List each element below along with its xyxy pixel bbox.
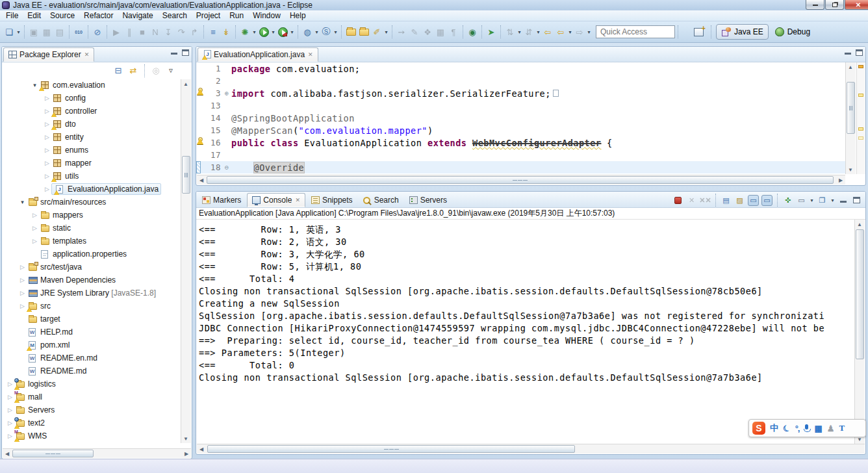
disconnect-icon[interactable]: N <box>149 26 161 38</box>
tree-expand-icon[interactable]: ▷ <box>43 108 51 114</box>
open-folder-icon[interactable] <box>358 26 370 38</box>
tree-expand-icon[interactable]: ▷ <box>18 277 27 283</box>
show-whitespace-icon[interactable]: ¶ <box>448 26 459 38</box>
tree-item-JRE-System-Library-[interactable]: ▷JRE System Library [JavaSE-1.8] <box>2 287 192 300</box>
menu-window[interactable]: Window <box>248 10 285 21</box>
open-console-icon[interactable]: ❐ <box>817 195 828 206</box>
menu-edit[interactable]: Edit <box>23 10 45 21</box>
sogou-logo-icon[interactable]: S <box>752 422 765 435</box>
tree-expand-icon[interactable]: ▾ <box>18 199 27 205</box>
step-return-icon[interactable]: ↱ <box>188 26 200 38</box>
back-icon[interactable]: ⇦ <box>555 26 567 38</box>
maximize-view-icon[interactable] <box>182 49 189 56</box>
menu-navigate[interactable]: Navigate <box>118 10 157 21</box>
fold-toggle-icon[interactable]: ⊖ <box>222 164 231 171</box>
restore-window-button[interactable] <box>825 0 844 10</box>
tree-expand-icon[interactable]: ▷ <box>43 186 51 192</box>
console-hscrollbar[interactable]: ◀ <box>197 444 865 454</box>
tree-item-logistics[interactable]: ▷logistics <box>2 377 192 390</box>
mic-icon[interactable] <box>804 424 810 432</box>
clear-console-icon[interactable]: ▤ <box>721 195 732 206</box>
dropdown-arrow-icon[interactable]: ▾ <box>535 29 541 35</box>
web-browser-icon[interactable]: ◉ <box>466 26 478 38</box>
scroll-lock-icon[interactable]: ▨ <box>734 195 745 206</box>
dropdown-arrow-icon[interactable]: ▾ <box>567 29 573 35</box>
tree-expand-icon[interactable]: ▷ <box>43 134 51 140</box>
show-instructions-icon[interactable]: ≡ <box>207 26 219 38</box>
run-icon[interactable] <box>258 26 270 38</box>
debug-icon[interactable]: ✺ <box>239 26 251 38</box>
tab-markers[interactable]: Markers <box>198 193 246 207</box>
link-with-editor-icon[interactable]: ⇄ <box>127 65 139 77</box>
word-wrap-icon[interactable]: ▭ <box>748 195 759 206</box>
terminate-icon[interactable]: ■ <box>136 26 148 38</box>
minimize-view-icon[interactable] <box>171 49 177 55</box>
tree-expand-icon[interactable]: ▷ <box>43 95 51 101</box>
tree-expand-icon[interactable]: ▷ <box>6 407 14 413</box>
last-edit-location-icon[interactable]: ⇦ <box>542 26 554 38</box>
tree-item-text2[interactable]: ▷text2 <box>2 416 192 429</box>
tree-item-com.evaluation[interactable]: ▾com.evaluation <box>2 79 192 92</box>
minimize-window-button[interactable] <box>806 0 824 10</box>
show-table-icon[interactable]: ▦ <box>435 26 446 38</box>
editor-vscrollbar[interactable]: ▲ ▼ <box>845 62 856 174</box>
tree-item-WMS[interactable]: ▷MWMS <box>2 429 192 442</box>
maximize-icon[interactable] <box>851 195 862 206</box>
view-menu-icon[interactable]: ▽ <box>165 65 177 77</box>
tree-item-HELP.md[interactable]: WHELP.md <box>2 326 192 339</box>
tab-snippets[interactable]: Snippets <box>307 193 357 207</box>
tree-item-README.md[interactable]: WREADME.md <box>2 364 192 377</box>
menu-help[interactable]: Help <box>285 10 311 21</box>
menu-run[interactable]: Run <box>225 10 248 21</box>
menu-file[interactable]: File <box>1 10 23 21</box>
dropdown-arrow-icon[interactable]: ▾ <box>517 29 522 35</box>
new-wizard-icon[interactable]: ❏ <box>3 26 15 38</box>
dropdown-arrow-icon[interactable]: ▾ <box>333 29 338 35</box>
tab-servers[interactable]: Servers <box>405 193 452 207</box>
tree-expand-icon[interactable]: ▷ <box>31 225 39 231</box>
step-over-icon[interactable]: ↷ <box>175 26 187 38</box>
new-service-icon[interactable]: Ⓢ <box>320 26 332 38</box>
pin-console-icon[interactable]: ✜ <box>782 195 793 206</box>
tree-item-src-main-resources[interactable]: ▾src/main/resources <box>2 196 192 209</box>
resume-icon[interactable]: ▶ <box>110 26 122 38</box>
moon-icon[interactable]: ☾ <box>781 422 792 435</box>
editor-hscrollbar[interactable]: ◀ ▶ <box>197 175 845 185</box>
fold-toggle-icon[interactable]: ⊕ <box>222 90 231 97</box>
tree-item-target[interactable]: target <box>2 313 192 326</box>
quick-access-input[interactable] <box>596 25 675 38</box>
warning-marker-icon[interactable] <box>197 138 203 144</box>
tree-expand-icon[interactable]: ▷ <box>31 238 39 244</box>
collapse-all-icon[interactable]: ⊟ <box>112 65 124 77</box>
dropdown-arrow-icon[interactable]: ▾ <box>16 29 21 35</box>
tree-expand-icon[interactable]: ▾ <box>31 82 39 88</box>
tab-search[interactable]: Search <box>359 193 403 207</box>
dropdown-arrow-icon[interactable]: ▾ <box>314 29 320 35</box>
new-web-wizard-icon[interactable]: ◍ <box>301 26 313 38</box>
tree-item-src-test-java[interactable]: ▷src/test/java <box>2 261 192 274</box>
tree-item-entity[interactable]: ▷entity <box>2 131 192 144</box>
tree-item-pom.xml[interactable]: Mpom.xml <box>2 339 192 352</box>
terminate-icon[interactable] <box>672 195 683 206</box>
punctuation-icon[interactable]: °, <box>795 424 800 433</box>
tree-item-Servers[interactable]: ▷Servers <box>2 403 192 416</box>
tree-item-templates[interactable]: ▷templates <box>2 235 192 248</box>
show-output-icon[interactable]: ▭ <box>761 195 772 206</box>
overview-warning-marker[interactable] <box>858 127 863 131</box>
last-edit-icon[interactable]: ❖ <box>422 26 433 38</box>
tree-item-enums[interactable]: ▷enums <box>2 144 192 157</box>
menu-project[interactable]: Project <box>192 10 225 21</box>
dropdown-arrow-icon[interactable]: ▾ <box>270 29 276 35</box>
mark-occurrences-icon[interactable]: ✐ <box>371 26 383 38</box>
tree-expand-icon[interactable]: ▷ <box>43 160 51 166</box>
tree-expand-icon[interactable]: ▷ <box>6 394 14 400</box>
annotation-nav-down-icon[interactable]: ⇵ <box>523 26 535 38</box>
tree-item-README.en.md[interactable]: WREADME.en.md <box>2 352 192 364</box>
menu-source[interactable]: Source <box>45 10 79 21</box>
tree-expand-icon[interactable]: ▷ <box>18 303 27 309</box>
tree-item-mall[interactable]: ▷Mmall <box>2 390 192 403</box>
suspend-icon[interactable]: ∥ <box>123 26 135 38</box>
menu-refactor[interactable]: Refactor <box>79 10 118 21</box>
close-tab-icon[interactable]: ✕ <box>295 197 300 203</box>
close-window-button[interactable]: ✕ <box>845 0 868 10</box>
